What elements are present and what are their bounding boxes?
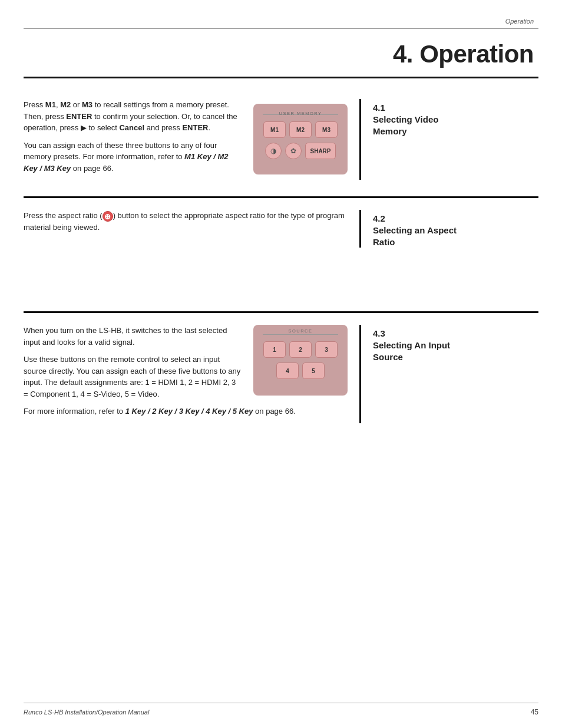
source-1-key: 1 [263,341,286,358]
source-label: SOURCE [253,328,348,334]
source-2-key: 2 [289,341,312,358]
content-area: USER MEMORY M1 M2 M3 ◑ ✿ SHARP Press M1,… [24,87,538,693]
section-4-2-para1: Press the aspect ratio (⊕) button to sel… [24,210,348,233]
section-4-1-sidebar: 4.1 Selecting VideoMemory [359,99,538,180]
remote-source-image: SOURCE 1 2 3 4 5 [253,325,348,396]
m2-key: M2 [289,121,312,138]
section-4-1-title: Selecting VideoMemory [373,114,538,137]
spacer-4-2 [24,264,538,311]
section-4-2-num: 4.2 [373,213,538,223]
section-4-2-title: Selecting an AspectRatio [373,225,538,248]
source-3-key: 3 [315,341,338,358]
footer-page-number: 45 [531,708,538,716]
chapter-rule [24,77,538,78]
section-4-3-body: SOURCE 1 2 3 4 5 When you turn on the LS… [24,325,359,423]
section-4-2-sidebar: 4.2 Selecting an AspectRatio [359,210,538,248]
section-4-1-body: USER MEMORY M1 M2 M3 ◑ ✿ SHARP Press M1,… [24,99,359,180]
m1-key: M1 [263,121,286,138]
section-4-3-para3: For more information, refer to 1 Key / 2… [24,406,348,417]
section-4-1: USER MEMORY M1 M2 M3 ◑ ✿ SHARP Press M1,… [24,87,538,196]
sharp-key: SHARP [305,143,336,159]
header-label: Operation [505,18,534,25]
contrast-key: ◑ [265,143,282,159]
m3-key: M3 [315,121,338,138]
user-memory-label: USER MEMORY [253,111,348,116]
section-4-3: SOURCE 1 2 3 4 5 When you turn on the LS… [24,313,538,440]
source-4-key: 4 [276,363,299,379]
top-rule [24,28,538,29]
footer-left: Runco LS-HB Installation/Operation Manua… [24,709,149,716]
section-4-3-title: Selecting An InputSource [373,340,538,363]
section-4-3-num: 4.3 [373,328,538,338]
section-4-1-num: 4.1 [373,103,538,113]
brightness-key: ✿ [285,143,302,159]
source-5-key: 5 [302,363,325,379]
chapter-title: 4. Operation [393,40,534,68]
section-4-2: Press the aspect ratio (⊕) button to sel… [24,198,538,264]
source-bracket [263,334,338,335]
remote-memory-image: USER MEMORY M1 M2 M3 ◑ ✿ SHARP [253,104,348,174]
section-4-2-body: Press the aspect ratio (⊕) button to sel… [24,210,359,248]
footer: Runco LS-HB Installation/Operation Manua… [24,703,538,716]
section-4-3-sidebar: 4.3 Selecting An InputSource [359,325,538,423]
